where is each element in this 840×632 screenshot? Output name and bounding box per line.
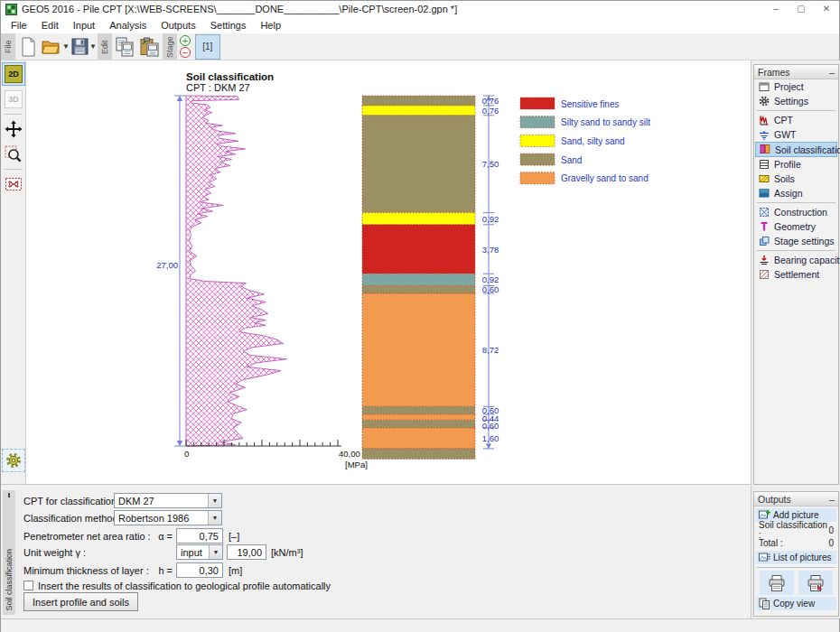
- fit-view-icon: [5, 177, 23, 191]
- legend-swatch-sensitive_fines: [520, 98, 555, 109]
- stage-tab-1[interactable]: [1]: [195, 34, 220, 60]
- frames-panel: Frames– ProjectSettingsCPTGWTSoil classi…: [753, 64, 839, 485]
- menu-item-settings[interactable]: Settings: [203, 18, 254, 33]
- save-dropdown-arrow-icon[interactable]: ▼: [89, 42, 97, 51]
- unit-weight-mode-select[interactable]: input▼: [176, 544, 223, 560]
- toolbar-group-file-label: File: [1, 33, 15, 60]
- outputs-counts: Soil classification :0Total :0: [754, 524, 838, 549]
- app-icon: [5, 4, 17, 15]
- new-file-button[interactable]: [16, 35, 40, 59]
- paste-button[interactable]: [138, 35, 162, 59]
- sidebar-separator: [4, 169, 23, 170]
- legend-swatch-sand: [520, 153, 555, 165]
- frames-item-settings[interactable]: Settings: [755, 94, 837, 108]
- title-bar: GEO5 2016 - Pile CPT [X:\WEB-SCREENS\___…: [1, 1, 839, 17]
- copy-view-button[interactable]: Copy view: [756, 597, 836, 610]
- add-stage-button[interactable]: +: [180, 35, 191, 46]
- view-2d-button[interactable]: 2D: [2, 62, 25, 86]
- save-disk-icon: [71, 38, 89, 55]
- insert-profile-and-soils-button[interactable]: Insert profile and soils: [23, 592, 138, 611]
- list-of-pictures-button[interactable]: List of pictures: [756, 551, 836, 564]
- legend-label: Silty sand to sandy silt: [561, 117, 650, 127]
- open-dropdown-arrow-icon[interactable]: ▼: [62, 42, 70, 51]
- layer-thickness-label: 1,60: [482, 433, 499, 443]
- copy-button[interactable]: [113, 35, 136, 59]
- outputs-count-row: Soil classification :0: [754, 524, 838, 536]
- unit-weight-unit: [kN/m³]: [271, 547, 303, 558]
- pan-arrows-icon: [5, 120, 23, 138]
- pan-button[interactable]: [2, 117, 25, 141]
- soil-column-layer-gravelly_sand_to_sand: [362, 293, 475, 406]
- soil-classification-chart: Soil classificationCPT : DKM 27040,00[MP…: [153, 70, 735, 478]
- soil-column-layer-sensitive_fines: [362, 225, 475, 274]
- assign-icon: [759, 188, 770, 200]
- frames-item-cpt[interactable]: CPT: [755, 113, 837, 127]
- frames-item-bearing-capacity[interactable]: Bearing capacity: [755, 253, 837, 267]
- classification-method-select[interactable]: Robertson 1986▼: [114, 510, 222, 525]
- open-file-button[interactable]: ▼: [42, 35, 70, 59]
- frames-item-gwt[interactable]: GWT: [755, 127, 837, 142]
- outputs-panel-title: Outputs: [758, 494, 791, 505]
- count-value: 0: [828, 525, 834, 535]
- menu-item-input[interactable]: Input: [66, 18, 102, 33]
- menu-item-help[interactable]: Help: [253, 18, 288, 33]
- view-3d-button[interactable]: 3D: [2, 88, 25, 111]
- soils-icon: [759, 173, 770, 185]
- penetrometer-ratio-input[interactable]: [176, 528, 223, 544]
- drawing-canvas[interactable]: Soil classificationCPT : DKM 27040,00[MP…: [26, 60, 751, 484]
- fit-view-button[interactable]: [2, 172, 25, 196]
- frames-item-construction[interactable]: Construction: [755, 205, 837, 219]
- penetrometer-ratio-unit: [–]: [229, 531, 239, 542]
- copy-icon: [115, 37, 135, 57]
- drawing-settings-button[interactable]: [2, 449, 25, 472]
- print-button[interactable]: [760, 571, 794, 595]
- frames-item-soil-classification[interactable]: Soil classification: [755, 142, 837, 157]
- form-tab-soil-classification[interactable]: Soil classification: [3, 490, 15, 615]
- frames-item-assign[interactable]: Assign: [755, 186, 837, 200]
- settlement-icon: [759, 269, 770, 281]
- gear-icon: [5, 451, 23, 469]
- soil-column-layer-sand: [362, 449, 475, 460]
- soil-classification-form: Soil classification CPT for classificati…: [1, 484, 751, 618]
- toolbar-group-edit-label: Edit: [98, 33, 112, 60]
- classification-method-label: Classification method :: [23, 513, 124, 524]
- menu-item-outputs[interactable]: Outputs: [154, 18, 203, 33]
- frames-item-geometry[interactable]: Geometry: [755, 219, 837, 234]
- profile-icon: [759, 159, 770, 171]
- unit-weight-input[interactable]: [227, 544, 266, 560]
- minimize-icon[interactable]: –: [763, 1, 789, 17]
- new-file-icon: [20, 37, 36, 57]
- min-thickness-input[interactable]: [176, 562, 223, 578]
- layer-thickness-label: 0,92: [482, 274, 499, 284]
- outputs-minimize-icon[interactable]: –: [829, 495, 835, 504]
- menu-item-file[interactable]: File: [4, 18, 34, 33]
- frames-item-soils[interactable]: Soils: [755, 172, 837, 186]
- maximize-icon[interactable]: ▢: [789, 1, 814, 17]
- frames-item-project[interactable]: Project: [755, 79, 837, 94]
- alpha-symbol: α =: [153, 531, 173, 542]
- layer-thickness-label: 0,92: [482, 214, 499, 224]
- close-icon[interactable]: ✕: [814, 1, 839, 17]
- soil-column-layer-sand_silty_sand: [362, 106, 475, 116]
- soil-classification-icon: [760, 144, 771, 155]
- soil-column-layer-sand: [362, 406, 475, 414]
- frames-minimize-icon[interactable]: –: [829, 68, 835, 77]
- legend-label: Sand, silty sand: [561, 136, 625, 146]
- insert-results-checkbox[interactable]: [23, 581, 33, 590]
- cpt-for-classification-select[interactable]: DKM 27▼: [114, 493, 222, 508]
- save-file-button[interactable]: ▼: [71, 35, 97, 59]
- zoom-region-button[interactable]: [2, 143, 25, 166]
- print-preview-button[interactable]: [798, 571, 833, 595]
- list-of-pictures-icon: [759, 552, 770, 563]
- soil-column-layer-sand: [362, 116, 475, 213]
- frames-item-stage-settings[interactable]: Stage settings: [755, 234, 837, 248]
- remove-stage-button[interactable]: −: [180, 47, 191, 58]
- insert-results-checkbox-label: Insert the results of classification to …: [38, 581, 331, 591]
- frames-item-settlement[interactable]: Settlement: [755, 267, 837, 282]
- menu-item-edit[interactable]: Edit: [34, 18, 66, 33]
- menu-item-analysis[interactable]: Analysis: [102, 18, 154, 33]
- x-axis-unit-label: [MPa]: [345, 460, 368, 469]
- penetrometer-ratio-label: Penetrometer net area ratio :: [23, 531, 151, 542]
- frames-item-profile[interactable]: Profile: [755, 157, 837, 172]
- menu-bar: FileEditInputAnalysisOutputsSettingsHelp: [1, 17, 839, 33]
